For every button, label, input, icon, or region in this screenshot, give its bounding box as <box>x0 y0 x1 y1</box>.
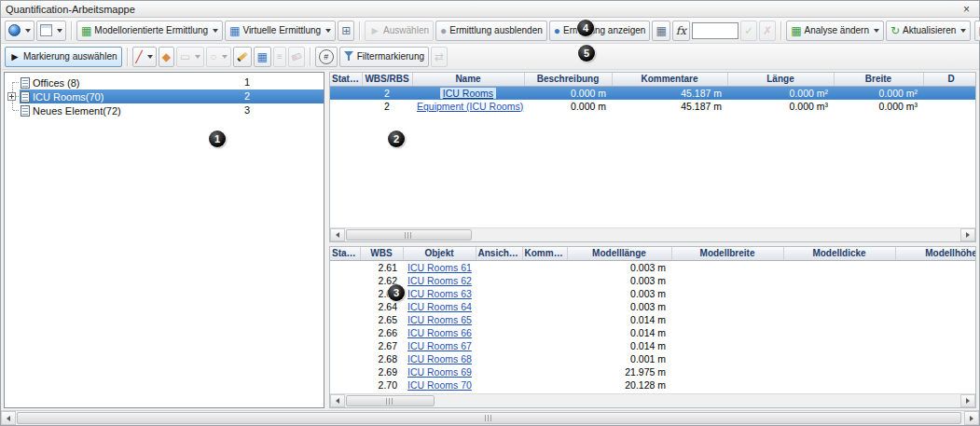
markup-fill-button[interactable]: ◆ <box>159 47 174 67</box>
object-row[interactable]: 2.67ICU Rooms 670.014 m <box>330 339 976 352</box>
item-name-link[interactable]: Equipment (ICU Rooms) <box>417 101 523 112</box>
scroll-track[interactable] <box>345 394 960 407</box>
column-header[interactable]: D <box>923 73 976 86</box>
object-row[interactable]: 2.63ICU Rooms 630.003 m <box>330 287 976 300</box>
column-header[interactable]: Status <box>330 247 360 260</box>
object-link[interactable]: ICU Rooms 62 <box>407 275 472 286</box>
toolbar-separator <box>310 48 311 66</box>
markup-grid-button[interactable]: ▦ <box>254 47 271 67</box>
markup-link-button[interactable]: ⇄ <box>431 47 448 67</box>
object-row[interactable]: 2.66ICU Rooms 660.014 m <box>330 326 976 339</box>
column-header[interactable]: Beschreibung <box>524 73 612 86</box>
takeoff-box-button[interactable]: ⊞ <box>338 21 354 41</box>
object-link[interactable]: ICU Rooms 64 <box>407 301 472 312</box>
markup-erase-button[interactable] <box>288 47 305 67</box>
object-row[interactable]: 2.62ICU Rooms 620.003 m <box>330 274 976 287</box>
model-takeoff-dropdown[interactable]: ▦ Modellorientierte Ermittlung <box>76 21 223 41</box>
object-table-hscrollbar[interactable] <box>330 393 975 407</box>
scroll-left-button[interactable] <box>330 228 345 241</box>
export-dropdown[interactable]: ▤ <box>974 21 980 41</box>
column-header[interactable]: Ansichtsp... <box>476 247 522 260</box>
scroll-right-button[interactable] <box>960 394 975 407</box>
catalog-dropdown[interactable] <box>5 21 35 41</box>
column-header[interactable]: Modelldicke <box>783 247 895 260</box>
scroll-right-button[interactable] <box>964 411 979 425</box>
object-link[interactable]: ICU Rooms 67 <box>407 340 472 351</box>
scroll-left-button[interactable] <box>1 411 16 425</box>
object-link[interactable]: ICU Rooms 68 <box>407 353 472 364</box>
scroll-track[interactable] <box>16 411 964 425</box>
column-header[interactable]: Breite <box>834 73 923 86</box>
object-link[interactable]: ICU Rooms 66 <box>407 327 472 338</box>
wbs-cell: 2.65 <box>360 313 403 326</box>
object-row[interactable]: 2.68ICU Rooms 680.001 m <box>330 352 976 365</box>
virtual-takeoff-dropdown[interactable]: ▦ Virtuelle Ermittlung <box>225 21 336 41</box>
markup-count-button[interactable]: # <box>315 47 338 67</box>
expand-toggle-icon[interactable] <box>7 92 16 101</box>
modellbreite-cell <box>671 260 783 274</box>
scroll-thumb[interactable] <box>346 395 435 406</box>
column-header[interactable]: WBS/RBS <box>362 73 412 86</box>
select-button[interactable]: ► Auswählen <box>365 21 434 41</box>
column-header[interactable]: Name <box>412 73 524 86</box>
tree-item[interactable]: ICU Rooms(70)2 <box>7 89 324 103</box>
workbook-grid-button[interactable]: ▦ <box>652 21 669 41</box>
column-header[interactable]: Komment... <box>522 247 567 260</box>
markup-line-dropdown[interactable]: ╱ <box>132 47 157 67</box>
tree-item[interactable]: Offices (8)1 <box>7 76 324 89</box>
item-table-hscrollbar[interactable] <box>330 227 975 241</box>
fx-button[interactable]: fx <box>672 21 690 41</box>
column-header[interactable]: WBS <box>360 247 403 260</box>
column-header[interactable]: Modellhöhe <box>895 247 976 260</box>
tree-item-row[interactable]: ICU Rooms(70) <box>20 89 241 103</box>
show-takeoff-button[interactable]: ● Ermittlung anzeigen <box>549 21 651 41</box>
tree-item-row[interactable]: Neues Element(72) <box>20 103 241 117</box>
modelllaenge-cell: 21.975 m <box>567 365 671 378</box>
object-link[interactable]: ICU Rooms 69 <box>407 366 472 378</box>
object-row[interactable]: 2.61ICU Rooms 610.003 m <box>330 260 976 274</box>
object-row[interactable]: 2.70ICU Rooms 7020.128 m <box>330 378 976 392</box>
item-name-link[interactable]: ICU Rooms <box>440 88 496 99</box>
scroll-track[interactable] <box>345 228 960 241</box>
object-link[interactable]: ICU Rooms 70 <box>407 379 472 391</box>
column-header[interactable]: Kommentare <box>612 73 727 86</box>
object-link[interactable]: ICU Rooms 65 <box>407 314 472 325</box>
modelllaenge-cell: 20.128 m <box>567 378 671 392</box>
change-analysis-dropdown[interactable]: ▦ Analyse ändern <box>786 21 884 41</box>
column-header[interactable]: Modelllänge <box>567 247 671 260</box>
select-markup-button[interactable]: ► Markierung auswählen <box>5 47 122 67</box>
update-dropdown[interactable]: ↻ Aktualisieren <box>886 21 971 41</box>
arrow-right-icon <box>966 232 970 238</box>
column-header[interactable]: Modellbreite <box>671 247 783 260</box>
markup-ellipse-dropdown[interactable]: ○ <box>206 47 230 67</box>
column-header[interactable]: Objekt <box>403 247 476 260</box>
markup-rect-dropdown[interactable]: ▭ <box>176 47 204 67</box>
markup-pencil-button[interactable] <box>233 47 252 67</box>
scroll-thumb[interactable] <box>346 229 472 240</box>
object-row[interactable]: 2.64ICU Rooms 640.003 m <box>330 300 976 313</box>
hide-takeoff-button[interactable]: ● Ermittlung ausblenden <box>435 21 547 41</box>
column-header[interactable]: Status <box>330 73 362 86</box>
view-selector-dropdown[interactable] <box>36 21 66 41</box>
scroll-left-button[interactable] <box>330 394 345 407</box>
tree-item[interactable]: Neues Element(72)3 <box>7 103 324 117</box>
object-row[interactable]: 2.65ICU Rooms 650.014 m <box>330 313 976 326</box>
accept-button[interactable]: ✓ <box>740 21 757 41</box>
formula-input[interactable] <box>692 22 738 39</box>
column-header[interactable]: Länge <box>727 73 834 86</box>
modelldicke-cell <box>783 339 895 352</box>
tree-item-row[interactable]: Offices (8) <box>20 76 241 89</box>
modellbreite-cell <box>671 300 783 313</box>
object-link[interactable]: ICU Rooms 63 <box>407 288 472 299</box>
scroll-right-button[interactable] <box>960 228 975 241</box>
cancel-button[interactable]: ✗ <box>759 21 776 41</box>
item-row[interactable]: 2ICU Rooms0.000 m45.187 m0.000 m²0.000 m… <box>330 86 976 100</box>
scroll-thumb[interactable] <box>17 412 961 424</box>
object-link[interactable]: ICU Rooms 61 <box>407 262 472 273</box>
item-row[interactable]: 2Equipment (ICU Rooms)0.000 m45.187 m0.0… <box>330 100 976 113</box>
object-row[interactable]: 2.69ICU Rooms 6921.975 m <box>330 365 976 378</box>
filter-markup-button[interactable]: Filtermarkierung <box>339 47 429 67</box>
markup-style-button[interactable]: ≡ <box>273 47 286 67</box>
close-button[interactable]: × <box>959 3 974 16</box>
window-hscrollbar[interactable] <box>1 410 979 425</box>
